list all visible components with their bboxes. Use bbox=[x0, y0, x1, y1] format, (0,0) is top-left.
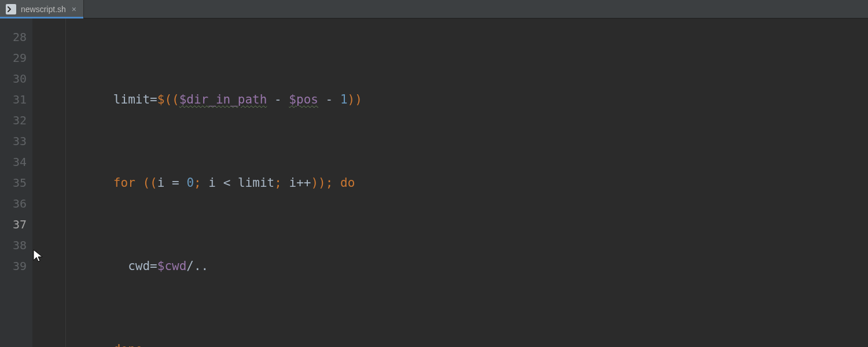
line-number: 35 bbox=[0, 172, 32, 193]
line-number: 28 bbox=[0, 27, 32, 47]
line-number: 32 bbox=[0, 110, 32, 131]
terminal-file-icon bbox=[6, 4, 16, 14]
code-line[interactable]: limit=$(($dir_in_path - $pos - 1)) bbox=[66, 89, 868, 110]
code-content[interactable]: limit=$(($dir_in_path - $pos - 1)) for (… bbox=[66, 19, 868, 347]
line-number: 31 bbox=[0, 89, 32, 110]
close-icon[interactable]: × bbox=[71, 5, 78, 13]
line-number-gutter: 28 29 30 31 32 33 34 35 36 37 38 39 bbox=[0, 19, 32, 347]
code-line[interactable]: cwd=$cwd/.. bbox=[66, 256, 868, 276]
line-number: 29 bbox=[0, 47, 32, 68]
code-line[interactable]: for ((i = 0; i < limit; i++)); do bbox=[66, 172, 868, 193]
gutter-margin bbox=[32, 19, 66, 347]
line-number: 30 bbox=[0, 68, 32, 89]
line-number: 37 bbox=[0, 214, 32, 235]
tab-bar: newscript.sh × bbox=[0, 0, 868, 19]
tab-filename: newscript.sh bbox=[21, 5, 66, 14]
editor-area[interactable]: 28 29 30 31 32 33 34 35 36 37 38 39 limi… bbox=[0, 19, 868, 347]
line-number: 36 bbox=[0, 193, 32, 214]
line-number: 38 bbox=[0, 235, 32, 256]
file-tab[interactable]: newscript.sh × bbox=[0, 0, 84, 18]
line-number: 34 bbox=[0, 152, 32, 172]
line-number: 33 bbox=[0, 131, 32, 152]
line-number: 39 bbox=[0, 256, 32, 276]
code-line[interactable]: done bbox=[66, 339, 868, 347]
